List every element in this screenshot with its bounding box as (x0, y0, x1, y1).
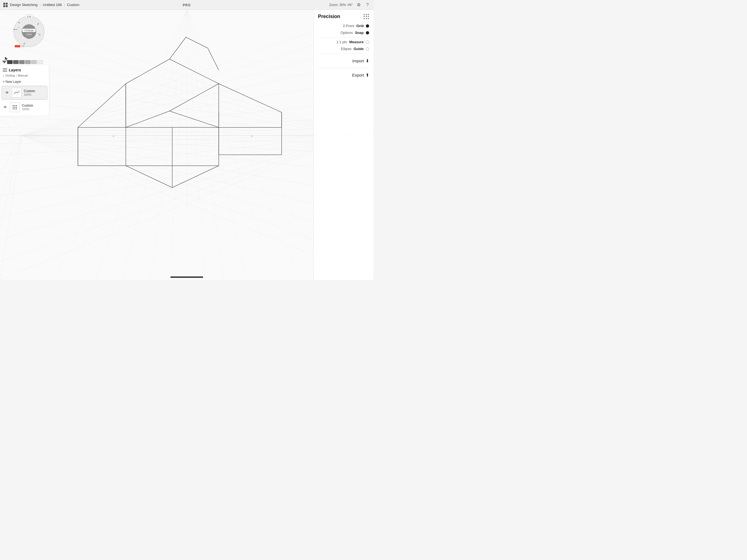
new-layer-button[interactable]: + New Layer (0, 79, 49, 86)
layer-opacity-1: 100% (24, 93, 35, 96)
svg-line-67 (208, 48, 219, 70)
svg-line-61 (78, 84, 126, 127)
guide-label: Guide (354, 47, 364, 51)
import-button[interactable]: Import ⬇ (318, 56, 369, 66)
svg-line-71 (172, 166, 219, 187)
svg-text:≡ 3.23 pts: ≡ 3.23 pts (25, 29, 34, 32)
layers-icon (3, 68, 7, 72)
app-name: Design Sketching (10, 3, 37, 7)
swatch-6[interactable] (37, 60, 43, 64)
precision-two-point-row: 2-Point Grid (318, 24, 369, 28)
layer-visibility-2[interactable]: 👁 (3, 105, 8, 109)
svg-text:⟵: ⟵ (14, 28, 18, 31)
precision-divider (318, 37, 369, 38)
pro-badge: PRO (183, 3, 190, 7)
dots-grid-icon[interactable] (364, 14, 369, 19)
app-grid-icon[interactable] (3, 3, 8, 7)
swatch-1[interactable] (7, 60, 12, 64)
svg-point-87 (251, 136, 252, 137)
home-bar (170, 276, 203, 278)
topbar: Design Sketching | Untitled 168 | Custom… (0, 0, 374, 10)
layer-item[interactable]: 👁 Custom 100% (0, 101, 49, 114)
layers-header: Layers (0, 66, 49, 73)
help-icon[interactable]: ? (365, 2, 370, 8)
two-point-label: 2-Point (343, 24, 354, 28)
layer-info-2: Custom 100% (22, 104, 33, 111)
svg-line-65 (170, 37, 186, 59)
zoom-info: Zoom: 30% ↺0° (329, 3, 353, 7)
svg-text:~: ~ (18, 26, 20, 29)
layer-info-1: Custom 100% (24, 89, 35, 96)
svg-line-66 (186, 37, 208, 48)
guide-toggle[interactable] (366, 47, 369, 51)
svg-text:↗: ↗ (36, 22, 39, 26)
options-label: Options (340, 31, 353, 35)
color-swatches (2, 60, 43, 64)
layer-opacity-2: 100% (22, 107, 33, 111)
import-label: Import (352, 58, 364, 63)
svg-point-86 (113, 136, 114, 137)
layer-thumb-1 (12, 88, 22, 98)
grid-label: Grid (356, 24, 364, 28)
swatch-4[interactable] (25, 60, 31, 64)
layer-item[interactable]: 👁 Custom 100% (2, 86, 47, 100)
grid-toggle[interactable] (366, 24, 369, 28)
precision-title: Precision (318, 14, 369, 19)
svg-text:100%: 100% (26, 33, 32, 36)
svg-text:8'1L: 8'1L (21, 45, 25, 47)
layer-name-1: Custom (24, 89, 35, 93)
radial-wheel[interactable]: 3.23 ≡ 3.23 pts 100% 14% ↗ ↘ ↖ ⟵ ↙ ~ 8'1… (10, 10, 48, 54)
topbar-left: Design Sketching | Untitled 168 | Custom (3, 3, 329, 7)
custom-label[interactable]: Custom (67, 3, 79, 7)
precision-measure-row: 1:1 pts Measure (318, 40, 369, 44)
layers-title: Layers (9, 68, 21, 72)
ellipse-label: Ellipse (341, 47, 351, 51)
layer-visibility-1[interactable]: 👁 (5, 91, 9, 95)
swatch-5[interactable] (31, 60, 36, 64)
swatch-3[interactable] (19, 60, 25, 64)
export-icon: ⬆ (366, 73, 369, 78)
right-panel: Precision 2-Point Grid Options Snap 1:1 … (313, 10, 374, 280)
layer-name-2: Custom (22, 104, 33, 107)
precision-guide-row: Ellipse Guide (318, 47, 369, 51)
swatch-arrow[interactable] (2, 61, 6, 63)
settings-icon[interactable]: ⚙ (356, 2, 361, 8)
layer-thumb-2 (10, 102, 20, 112)
svg-text:↙: ↙ (23, 42, 26, 45)
precision-divider-3 (318, 68, 369, 68)
svg-line-64 (126, 111, 170, 127)
svg-text:3.23: 3.23 (27, 15, 31, 18)
topbar-right: Zoom: 30% ↺0° ⚙ ? (329, 2, 370, 8)
svg-line-74 (219, 84, 282, 112)
svg-text:↖: ↖ (18, 21, 21, 24)
svg-text:↘: ↘ (38, 32, 41, 36)
snap-label: Snap (355, 31, 364, 35)
separator2: | (64, 3, 65, 7)
layers-sorting: ↕ Sorting | Manual (0, 73, 49, 79)
import-icon: ⬇ (366, 58, 369, 63)
snap-toggle[interactable] (366, 31, 369, 34)
svg-line-81 (170, 111, 219, 127)
svg-rect-102 (15, 45, 21, 47)
svg-text:14%: 14% (22, 36, 27, 39)
sorting-icon: ↕ (3, 74, 4, 77)
precision-snap-row: Options Snap (318, 31, 369, 35)
export-label: Export (352, 73, 364, 77)
svg-line-80 (170, 84, 219, 111)
svg-line-63 (126, 59, 170, 84)
doc-name[interactable]: Untitled 168 (43, 3, 62, 7)
layer-grid-icon (12, 105, 17, 109)
layers-panel: Layers ↕ Sorting | Manual + New Layer 👁 … (0, 66, 49, 116)
swatch-2[interactable] (13, 60, 19, 64)
separator1: | (40, 3, 41, 7)
svg-line-79 (170, 59, 219, 84)
svg-marker-60 (78, 127, 126, 166)
topbar-center: PRO (183, 2, 190, 7)
svg-line-72 (126, 166, 172, 187)
sorting-value: Manual (18, 74, 28, 77)
measure-label: Measure (349, 40, 364, 44)
measure-toggle[interactable] (366, 41, 369, 44)
export-button[interactable]: Export ⬆ (318, 70, 369, 80)
measure-pts-label: 1:1 pts (336, 40, 347, 44)
sorting-label: Sorting (5, 74, 15, 77)
